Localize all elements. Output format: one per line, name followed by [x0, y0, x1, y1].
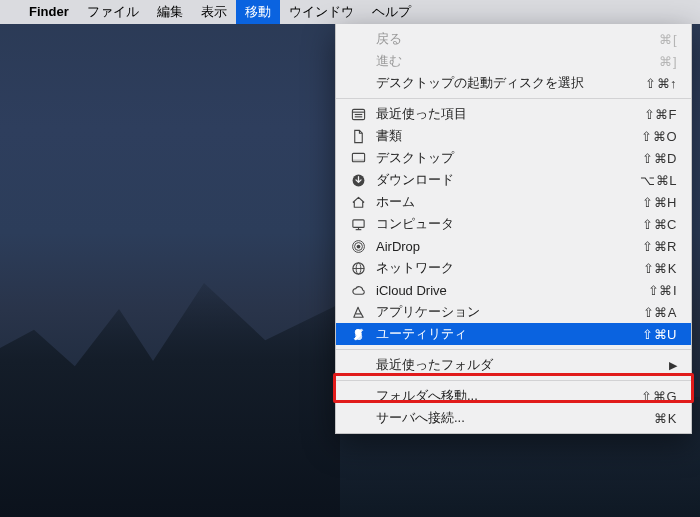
home-icon: [350, 194, 366, 210]
menu-item-shortcut: ⇧⌘U: [642, 327, 677, 342]
menu-item-shortcut: ⇧⌘G: [641, 389, 677, 404]
menu-item-label: ダウンロード: [376, 171, 630, 189]
menu-item-shortcut: ⇧⌘F: [644, 107, 677, 122]
network-icon: [350, 260, 366, 276]
menu-window[interactable]: ウインドウ: [280, 0, 363, 24]
menu-item-label: ユーティリティ: [376, 325, 632, 343]
menu-item-back: 戻る ⌘[: [336, 28, 691, 50]
menu-item-icloud[interactable]: iCloud Drive ⇧⌘I: [336, 279, 691, 301]
menu-item-label: アプリケーション: [376, 303, 633, 321]
menu-item-label: 最近使った項目: [376, 105, 634, 123]
menu-item-shortcut: ⌘K: [654, 411, 677, 426]
menu-item-downloads[interactable]: ダウンロード ⌥⌘L: [336, 169, 691, 191]
menubar: Finder ファイル 編集 表示 移動 ウインドウ ヘルプ: [0, 0, 700, 24]
menu-item-shortcut: ⇧⌘A: [643, 305, 677, 320]
menu-item-applications[interactable]: アプリケーション ⇧⌘A: [336, 301, 691, 323]
app-name-menu[interactable]: Finder: [20, 0, 78, 24]
menu-item-shortcut: ⇧⌘H: [642, 195, 677, 210]
menu-item-shortcut: ⇧⌘K: [643, 261, 677, 276]
menu-item-home[interactable]: ホーム ⇧⌘H: [336, 191, 691, 213]
menu-item-connect-server[interactable]: サーバへ接続... ⌘K: [336, 407, 691, 429]
menu-item-startup-disk[interactable]: デスクトップの起動ディスクを選択 ⇧⌘↑: [336, 72, 691, 94]
documents-icon: [350, 128, 366, 144]
menu-item-label: 進む: [376, 52, 649, 70]
menu-item-label: デスクトップの起動ディスクを選択: [376, 74, 635, 92]
menu-item-forward: 進む ⌘]: [336, 50, 691, 72]
utilities-icon: [350, 326, 366, 342]
wallpaper-mountains: [0, 257, 340, 517]
svg-rect-7: [352, 219, 363, 227]
menu-item-label: デスクトップ: [376, 149, 632, 167]
menu-view[interactable]: 表示: [192, 0, 236, 24]
desktop: Finder ファイル 編集 表示 移動 ウインドウ ヘルプ 戻る ⌘[ 進む …: [0, 0, 700, 517]
menu-item-label: iCloud Drive: [376, 283, 638, 298]
menu-separator: [336, 349, 691, 350]
menu-item-shortcut: ⇧⌘D: [642, 151, 677, 166]
menu-item-label: 書類: [376, 127, 631, 145]
menu-item-documents[interactable]: 書類 ⇧⌘O: [336, 125, 691, 147]
menu-item-label: コンピュータ: [376, 215, 632, 233]
menu-item-shortcut: ⇧⌘C: [642, 217, 677, 232]
svg-point-10: [356, 244, 360, 248]
menu-item-label: ネットワーク: [376, 259, 633, 277]
svg-rect-5: [352, 159, 364, 161]
menu-item-label: 最近使ったフォルダ: [376, 356, 659, 374]
desktop-icon: [350, 150, 366, 166]
menu-item-label: サーバへ接続...: [376, 409, 644, 427]
menu-item-network[interactable]: ネットワーク ⇧⌘K: [336, 257, 691, 279]
recents-icon: [350, 106, 366, 122]
menu-item-label: 戻る: [376, 30, 649, 48]
menu-item-label: ホーム: [376, 193, 632, 211]
menu-item-computer[interactable]: コンピュータ ⇧⌘C: [336, 213, 691, 235]
menu-item-desktop[interactable]: デスクトップ ⇧⌘D: [336, 147, 691, 169]
computer-icon: [350, 216, 366, 232]
menu-item-shortcut: ⇧⌘R: [642, 239, 677, 254]
menu-help[interactable]: ヘルプ: [363, 0, 420, 24]
applications-icon: [350, 304, 366, 320]
menu-edit[interactable]: 編集: [148, 0, 192, 24]
menu-item-label: フォルダへ移動...: [376, 387, 631, 405]
menu-item-shortcut: ⇧⌘O: [641, 129, 677, 144]
menu-item-recents[interactable]: 最近使った項目 ⇧⌘F: [336, 103, 691, 125]
go-menu-dropdown: 戻る ⌘[ 進む ⌘] デスクトップの起動ディスクを選択 ⇧⌘↑ 最近使った項目…: [335, 24, 692, 434]
menu-file[interactable]: ファイル: [78, 0, 148, 24]
menu-item-airdrop[interactable]: AirDrop ⇧⌘R: [336, 235, 691, 257]
menu-separator: [336, 380, 691, 381]
icloud-icon: [350, 282, 366, 298]
menu-item-go-to-folder[interactable]: フォルダへ移動... ⇧⌘G: [336, 385, 691, 407]
menu-item-shortcut: ⇧⌘I: [648, 283, 677, 298]
menu-item-shortcut: ⇧⌘↑: [645, 76, 677, 91]
menu-item-shortcut: ⌘[: [659, 32, 677, 47]
submenu-arrow-icon: ▶: [669, 359, 677, 372]
menu-item-utilities[interactable]: ユーティリティ ⇧⌘U: [336, 323, 691, 345]
menu-go[interactable]: 移動: [236, 0, 280, 24]
menu-separator: [336, 98, 691, 99]
airdrop-icon: [350, 238, 366, 254]
menu-item-label: AirDrop: [376, 239, 632, 254]
downloads-icon: [350, 172, 366, 188]
menu-item-recent-folders[interactable]: 最近使ったフォルダ ▶: [336, 354, 691, 376]
menu-item-shortcut: ⌘]: [659, 54, 677, 69]
menu-item-shortcut: ⌥⌘L: [640, 173, 677, 188]
